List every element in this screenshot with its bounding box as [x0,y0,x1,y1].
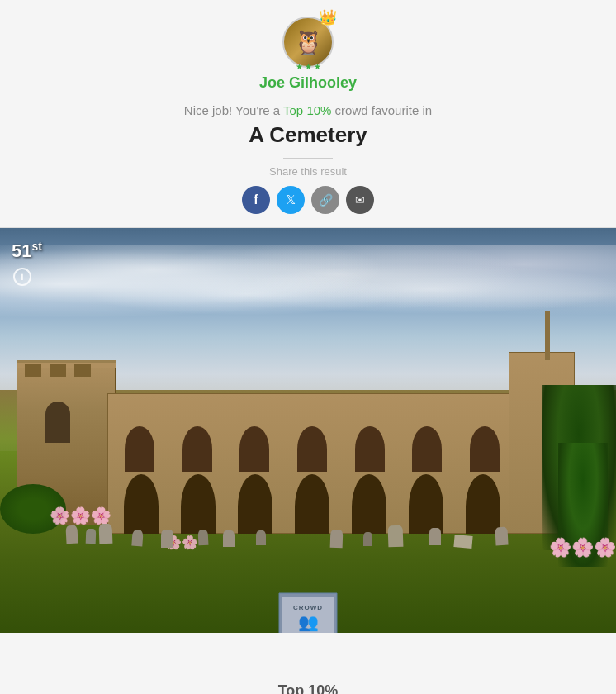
gravestone-3 [99,524,113,544]
crowd-badge-container: CROWD 👥 TOP 10% [276,590,340,633]
avatar-container: 🦉 👑 ★ ★ ★ [282,17,334,68]
flowers-pink-1: 🌸🌸🌸 [50,506,111,525]
svg-text:👥: 👥 [298,612,319,632]
gravestone-7 [223,530,235,547]
spire [545,311,550,360]
congrats-text: Nice job! You're a Top 10% crowd favouri… [0,103,616,117]
info-button[interactable]: i [13,268,31,286]
twitter-icon: 𝕏 [286,193,296,207]
gravestone-4 [131,530,143,547]
cemetery-image: 🌸🌸🌸 🌸🌸 🌸🌸🌸 51st i [0,228,616,633]
stars-icon: ★ ★ ★ [296,62,321,71]
tower-battlement-1 [25,364,41,377]
badge-shield-svg: CROWD 👥 TOP 10% [276,590,340,633]
top-10-label: Top 10% [0,682,616,694]
link-icon: 🔗 [319,193,333,207]
tower-battlement-3 [74,364,91,377]
facebook-icon: f [254,193,258,207]
svg-text:CROWD: CROWD [293,604,323,611]
gravestone-8 [256,530,266,545]
gravestone-12 [429,528,441,545]
rank-number: 51 [12,240,31,261]
gravestone-9 [330,530,344,549]
top-section: 🦉 👑 ★ ★ ★ Joe Gilhooley Nice job! You're… [0,0,616,228]
info-icon-label: i [21,271,23,283]
lower-arch-row [116,468,509,534]
facebook-share-button[interactable]: f [242,186,270,214]
rank-suffix: st [31,240,41,253]
photo-section: 🌸🌸🌸 🌸🌸 🌸🌸🌸 51st i [0,228,616,633]
flowers-pink-right: 🌸🌸🌸 [549,537,616,559]
gravestone-5 [161,530,173,548]
gravestone-2 [86,529,97,544]
share-label: Share this result [0,165,616,178]
email-share-button[interactable]: ✉ [346,186,374,214]
rank-display: 51st [12,240,42,262]
gravestone-6 [198,530,209,546]
tower-window [45,402,70,443]
gravestone-11 [388,525,404,548]
share-buttons: f 𝕏 🔗 ✉ [0,186,616,214]
gravestone-1 [65,525,78,544]
link-share-button[interactable]: 🔗 [311,186,339,214]
arch-row [116,426,509,472]
divider [283,158,333,159]
twitter-share-button[interactable]: 𝕏 [277,186,305,214]
gravestone-13 [495,527,508,546]
clouds [0,245,616,344]
gravestone-flat-1 [453,535,472,549]
tower-battlement-2 [50,364,66,377]
crown-icon: 👑 [319,8,337,26]
category-title: A Cemetery [0,122,616,148]
bottom-section: Top 10% [0,633,616,694]
user-name: Joe Gilhooley [0,74,616,92]
gravestone-10 [363,532,372,546]
email-icon: ✉ [355,193,365,207]
